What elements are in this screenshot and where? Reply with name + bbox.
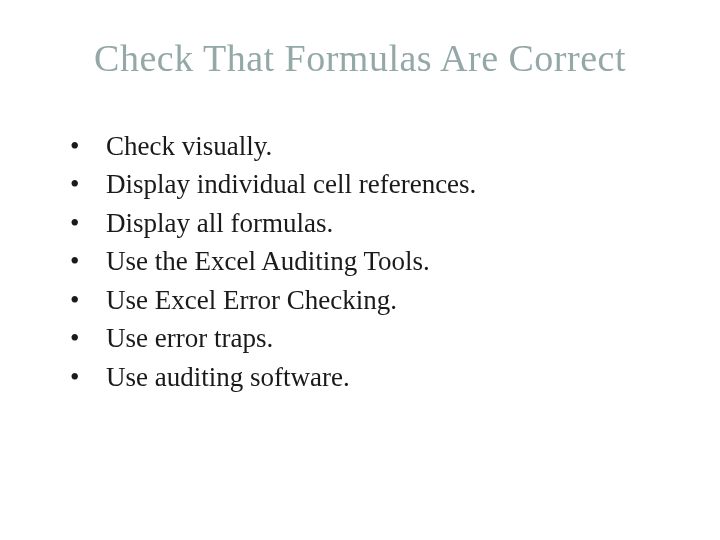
list-item: Use Excel Error Checking. — [70, 282, 670, 318]
list-item: Display individual cell references. — [70, 166, 670, 202]
list-item: Use error traps. — [70, 320, 670, 356]
list-item: Check visually. — [70, 128, 670, 164]
bullet-list: Check visually. Display individual cell … — [50, 128, 670, 395]
list-item: Display all formulas. — [70, 205, 670, 241]
list-item: Use auditing software. — [70, 359, 670, 395]
slide-title: Check That Formulas Are Correct — [50, 36, 670, 80]
list-item: Use the Excel Auditing Tools. — [70, 243, 670, 279]
